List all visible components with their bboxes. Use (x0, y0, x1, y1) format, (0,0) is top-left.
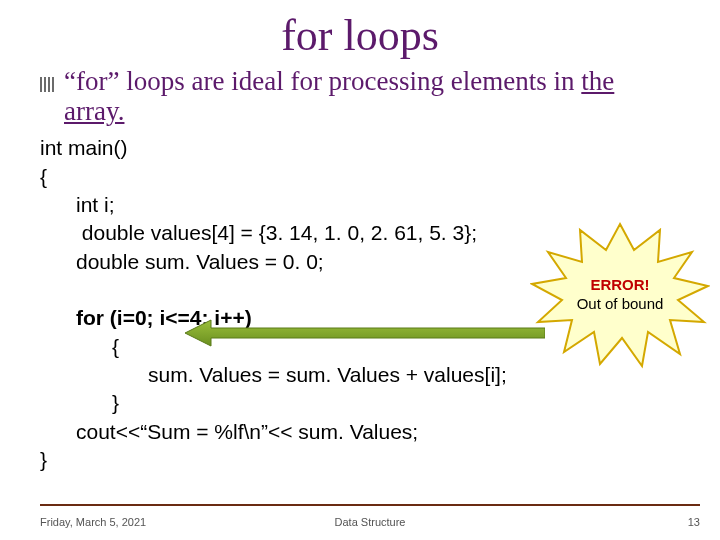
code-line: { (40, 163, 680, 191)
code-line: } (40, 389, 680, 417)
code-line: cout<<“Sum = %lf\n”<< sum. Values; (40, 418, 680, 446)
error-callout: ERROR! Out of bound (530, 220, 710, 370)
bullet-icon (40, 77, 54, 92)
bullet-text-pre: “for” loops are ideal for processing ele… (64, 66, 581, 96)
code-line: } (40, 446, 680, 474)
code-line: int i; (40, 191, 680, 219)
slide: for loops “for” loops are ideal for proc… (0, 0, 720, 540)
slide-footer: Friday, March 5, 2021 Data Structure 13 (40, 516, 700, 528)
callout-error: ERROR! (530, 276, 710, 295)
slide-title: for loops (40, 10, 680, 61)
bullet-text: “for” loops are ideal for processing ele… (64, 67, 680, 126)
callout-text: ERROR! Out of bound (530, 276, 710, 314)
bullet-item: “for” loops are ideal for processing ele… (40, 67, 680, 126)
footer-center: Data Structure (40, 516, 700, 528)
footer-divider (40, 504, 700, 506)
code-line: int main() (40, 134, 680, 162)
callout-detail: Out of bound (530, 295, 710, 314)
